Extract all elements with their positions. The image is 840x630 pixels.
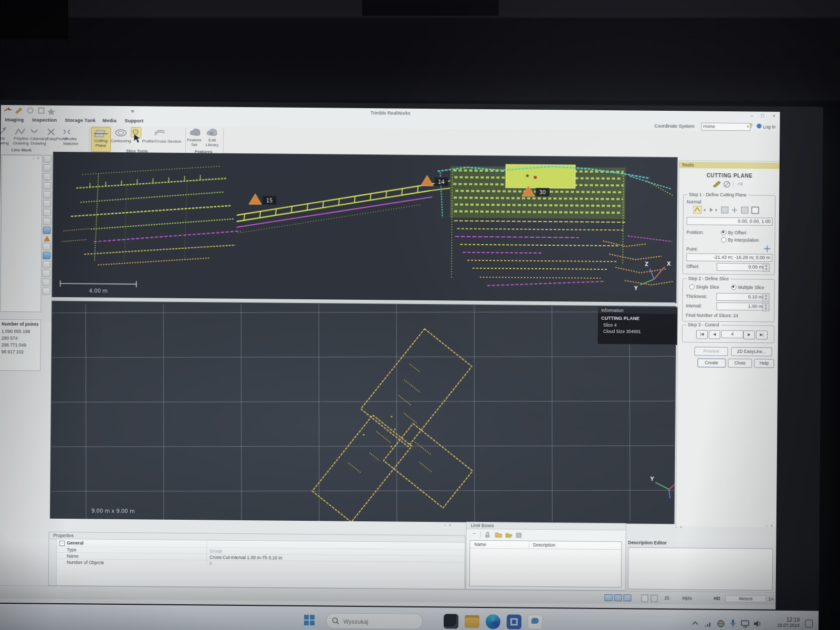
tray-chevron-up-icon[interactable] (691, 620, 699, 626)
first-slice-button[interactable]: |◀ (696, 330, 708, 339)
polyline-drawing-button[interactable]: Polyline Drawing (12, 136, 30, 145)
windows-start-button[interactable] (304, 615, 315, 626)
close-panel-button[interactable]: Close (728, 359, 752, 368)
clipboard-copy-icon[interactable] (650, 595, 657, 602)
normal-axis-buttons[interactable]: ▾ ▾ (693, 205, 766, 214)
easyline-button[interactable]: 2D EasyLine... (731, 347, 772, 356)
help-button[interactable]: Help (754, 359, 774, 368)
limit-boxes-table[interactable]: Name Description (469, 540, 622, 588)
properties-window-buttons[interactable]: ▫ × (445, 523, 453, 527)
profile-cross-section-button[interactable]: Profile/Cross-Section (138, 139, 185, 144)
coordinate-system-select[interactable]: Home ▾ (701, 123, 750, 131)
minimize-button[interactable]: – (751, 113, 753, 118)
tray-display-icon[interactable] (741, 620, 750, 627)
toolbar-icon[interactable] (43, 209, 51, 216)
toolbar-icon[interactable] (43, 173, 51, 181)
last-slice-button[interactable]: ▶| (756, 331, 768, 340)
toolbar-icon-warning[interactable] (44, 236, 50, 242)
next-slice-button[interactable]: ▶ (743, 330, 755, 339)
multiple-slice-label[interactable]: Multiple Slice (738, 285, 764, 290)
by-interpolation-label[interactable]: By Interpolation (728, 237, 759, 243)
remove-icon[interactable]: − (473, 531, 476, 537)
clipboard-icon[interactable] (641, 595, 648, 602)
thickness-input[interactable]: 0.10 m (717, 293, 765, 301)
tray-microphone-icon[interactable] (729, 619, 737, 628)
normal-input[interactable]: 0.00, 0.00, 1.00 (687, 217, 773, 225)
taskbar-app-blue[interactable] (507, 614, 521, 629)
taskbar-edge-browser[interactable] (486, 614, 500, 629)
folder-new-icon[interactable] (495, 531, 502, 538)
toolbar-icon[interactable] (43, 218, 51, 225)
lock-icon[interactable] (485, 531, 491, 538)
taskbar-search[interactable] (326, 613, 423, 629)
limit-boxes-name-header[interactable]: Name (474, 542, 486, 547)
export-box-icon[interactable] (516, 532, 522, 538)
tray-speaker-icon[interactable] (753, 620, 762, 627)
toolbar-icon-blue[interactable] (43, 252, 50, 259)
by-offset-label[interactable]: By Offset (728, 230, 747, 235)
easyprofile-button[interactable]: EasyProfile (47, 137, 64, 142)
offset-spinner[interactable]: ▲▼ (763, 264, 770, 272)
tab-support[interactable]: Support (124, 118, 143, 123)
toolbar-icon[interactable] (43, 279, 50, 286)
slice-marker-15[interactable]: 15 (249, 194, 276, 204)
limit-boxes-header[interactable]: Limit Boxes (467, 522, 626, 531)
toolbar-icon[interactable] (43, 261, 50, 268)
taskbar-clock[interactable]: 12:19 25.07.2024 (765, 617, 800, 628)
toolbar-icon[interactable] (43, 182, 51, 190)
toolbar-icon[interactable] (44, 164, 51, 172)
limit-boxes-window-buttons[interactable]: ▫ × (676, 525, 684, 529)
slice-marker-14[interactable]: 14 (421, 175, 448, 186)
expand-icon[interactable]: − (59, 541, 65, 546)
tab-media[interactable]: Media (102, 118, 117, 123)
tools-panel-window-buttons[interactable]: ▫ × (766, 524, 774, 528)
interval-spinner[interactable]: ▲▼ (762, 303, 769, 311)
view-3d-cross-section[interactable]: 15 14 30 4.00 m (52, 152, 678, 303)
limit-boxes-description-header[interactable]: Description (533, 542, 555, 548)
view-split-icon[interactable] (614, 594, 622, 601)
edit-library-button[interactable]: Edit Library (203, 138, 221, 147)
multiple-slice-radio[interactable] (731, 285, 737, 290)
search-input[interactable] (342, 616, 418, 627)
taskbar-file-explorer[interactable] (465, 615, 479, 628)
tray-network-icon[interactable] (704, 620, 712, 628)
tab-storage-tank[interactable]: Storage Tank (65, 118, 96, 123)
by-offset-radio[interactable] (721, 230, 727, 235)
panel-window-buttons[interactable]: ▫ × (33, 156, 40, 160)
cutting-plane-tools-icons[interactable] (680, 180, 778, 189)
toolbar-icon[interactable] (43, 191, 51, 198)
offset-input[interactable]: 0.00 m (717, 263, 765, 271)
folder-open-icon[interactable] (506, 531, 513, 538)
preview-button[interactable]: Preview (695, 346, 728, 356)
interval-input[interactable]: 1.00 m (716, 302, 764, 311)
create-button[interactable]: Create (697, 359, 726, 368)
taskbar-app-light[interactable] (528, 615, 542, 629)
log-in-button[interactable]: Log In (763, 124, 775, 130)
notification-center-icon[interactable] (805, 620, 813, 627)
point-pick-icon[interactable] (764, 246, 770, 252)
thickness-spinner[interactable]: ▲▼ (762, 293, 769, 302)
feature-set-button[interactable]: Feature Set (185, 138, 203, 147)
line-drawing-button[interactable]: Line Drawing (0, 136, 9, 145)
help-icon[interactable]: ? (749, 123, 754, 129)
toolbar-icon[interactable] (43, 243, 50, 250)
cutting-plane-button[interactable]: Cutting Plane (91, 127, 111, 152)
by-interpolation-radio[interactable] (721, 237, 726, 243)
view-layout-icon[interactable] (605, 594, 613, 601)
toolbar-icon[interactable] (43, 200, 51, 207)
tray-globe-icon[interactable] (717, 620, 725, 628)
catenary-drawing-button[interactable]: Catenary Drawing (30, 136, 47, 145)
point-input[interactable]: -21.43 m; -16.29 m; 0.00 m (686, 253, 772, 261)
maximize-button[interactable]: □ (761, 113, 764, 119)
contouring-button[interactable]: Contouring (109, 139, 133, 144)
description-editor-box[interactable] (628, 547, 773, 590)
toolbar-icon[interactable] (43, 288, 50, 295)
prev-slice-button[interactable]: ◀ (709, 330, 720, 339)
tab-inspection[interactable]: Inspection (32, 117, 57, 122)
quick-access-toolbar[interactable] (3, 106, 140, 116)
status-units-field[interactable]: Meters (725, 595, 766, 603)
toolbar-icon[interactable] (43, 270, 50, 277)
view-grid-icon[interactable] (624, 594, 632, 601)
single-slice-label[interactable]: Single Slice (696, 285, 720, 290)
view-2d-slice[interactable]: 9.00 m x 9.00 m X Y (50, 301, 677, 525)
